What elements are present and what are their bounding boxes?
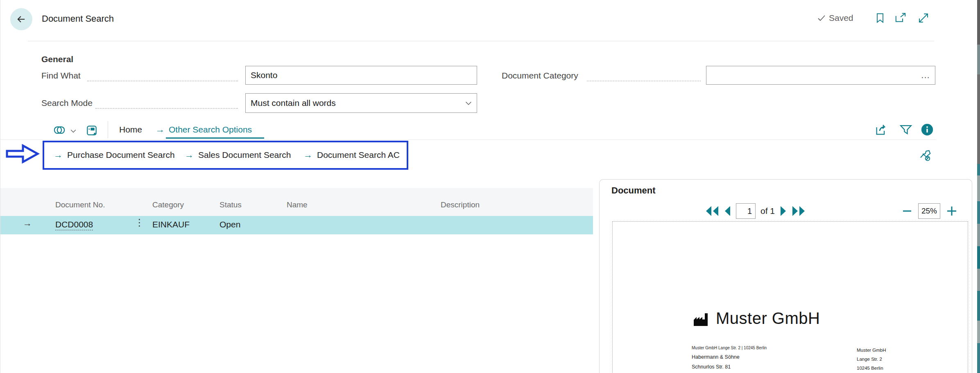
open-in-new-window-icon[interactable] (892, 10, 909, 26)
document-panel-title: Document (611, 185, 656, 196)
cell-document-no-link[interactable]: DCD0008 (55, 220, 93, 230)
document-category-input[interactable]: ... (706, 66, 935, 85)
factory-logo-icon (693, 312, 712, 326)
back-button[interactable] (10, 8, 32, 30)
column-header-document-no[interactable]: Document No. (55, 200, 105, 209)
column-header-name[interactable]: Name (287, 200, 308, 209)
find-what-label: Find What (41, 71, 81, 81)
actionbar-divider (108, 121, 108, 138)
tab-home[interactable]: Home (119, 125, 142, 135)
company-name: Muster GmbH (716, 310, 820, 326)
page-layout-icon[interactable] (84, 123, 100, 138)
zoom-level-input[interactable] (918, 203, 940, 219)
find-what-leader-dots (87, 81, 238, 81)
page-count-label: of 1 (760, 206, 775, 216)
document-panel: Document of 1 (599, 179, 972, 373)
company-block-line: Lange Str. 2 (857, 355, 900, 364)
tab-other-search-options[interactable]: → Other Search Options (155, 124, 252, 135)
save-status: Saved (817, 13, 853, 23)
zoom-out-icon[interactable] (902, 206, 912, 216)
recipient-line-2: Schnurlos Str. 81 (692, 364, 731, 370)
search-mode-value: Must contain all words (246, 98, 460, 108)
search-mode-select[interactable]: Must contain all words (245, 93, 477, 113)
bookmark-icon[interactable] (872, 10, 888, 26)
sender-address-line: Muster GmbH Lange Str. 2 | 10245 Berlin (692, 346, 767, 350)
views-icon[interactable] (51, 122, 68, 138)
menu-item-document-search-ac[interactable]: → Document Search AC (303, 150, 400, 160)
menu-item-sales-document-search[interactable]: → Sales Document Search (185, 150, 291, 160)
annotation-arrow (6, 143, 40, 165)
last-page-icon[interactable] (792, 206, 806, 216)
cell-status: Open (220, 220, 240, 229)
menu-item-purchase-document-search[interactable]: → Purchase Document Search (54, 150, 175, 160)
share-icon[interactable] (873, 121, 890, 138)
recipient-line-1: Habermann & Söhne (692, 354, 740, 360)
menu-item-label: Sales Document Search (198, 150, 291, 160)
row-pointer-icon: → (23, 218, 32, 229)
company-address-block: Muster GmbH Lange Str. 2 10245 Berlin fo… (857, 346, 900, 373)
arrow-left-icon (16, 13, 27, 25)
actionbar-bottom-divider (0, 139, 936, 140)
company-block-line: Muster GmbH (857, 346, 900, 355)
window-edge-strip (977, 0, 980, 373)
row-options-icon[interactable]: ⋮ (135, 217, 144, 228)
tab-other-label: Other Search Options (169, 125, 252, 135)
column-header-description[interactable]: Description (441, 200, 480, 209)
check-icon (817, 13, 826, 23)
document-category-leader-dots (587, 81, 701, 81)
lookup-more-button[interactable]: ... (916, 70, 935, 81)
arrow-right-icon: → (155, 124, 165, 135)
document-category-label: Document Category (502, 71, 578, 81)
cell-category: EINKAUF (152, 220, 190, 229)
chevron-down-icon[interactable] (68, 126, 78, 136)
saved-label: Saved (829, 13, 853, 23)
first-page-icon[interactable] (705, 206, 719, 216)
page-navigation: of 1 (705, 203, 806, 219)
page-title: Document Search (42, 13, 114, 24)
column-header-category[interactable]: Category (152, 200, 184, 209)
page-number-input[interactable] (736, 203, 756, 219)
column-header-status[interactable]: Status (220, 200, 242, 209)
company-letterhead: Muster GmbH (693, 310, 820, 326)
search-mode-label: Search Mode (41, 98, 93, 108)
header-divider (28, 41, 934, 41)
arrow-right-icon: → (54, 150, 63, 160)
info-icon[interactable] (919, 122, 935, 137)
zoom-in-icon[interactable] (946, 205, 957, 217)
section-title-general: General (41, 54, 73, 64)
filter-icon[interactable] (897, 121, 914, 138)
company-block-line: 10245 Berlin (857, 364, 900, 373)
menu-item-label: Purchase Document Search (67, 150, 175, 160)
find-what-input[interactable] (245, 66, 477, 85)
previous-page-icon[interactable] (724, 206, 731, 216)
document-preview-page: Muster GmbH Muster GmbH Lange Str. 2 | 1… (612, 221, 968, 373)
document-search-page: Document Search Saved General Find What … (0, 0, 980, 373)
chevron-down-icon (460, 99, 477, 108)
search-mode-leader-dots (95, 108, 238, 109)
arrow-right-icon: → (185, 150, 194, 160)
active-tab-underline (166, 137, 264, 139)
arrow-right-icon: → (303, 150, 312, 160)
next-page-icon[interactable] (780, 206, 787, 216)
expand-icon[interactable] (915, 10, 932, 26)
menu-item-label: Document Search AC (317, 150, 400, 160)
zoom-controls (902, 203, 957, 219)
unpin-icon[interactable] (917, 147, 934, 164)
